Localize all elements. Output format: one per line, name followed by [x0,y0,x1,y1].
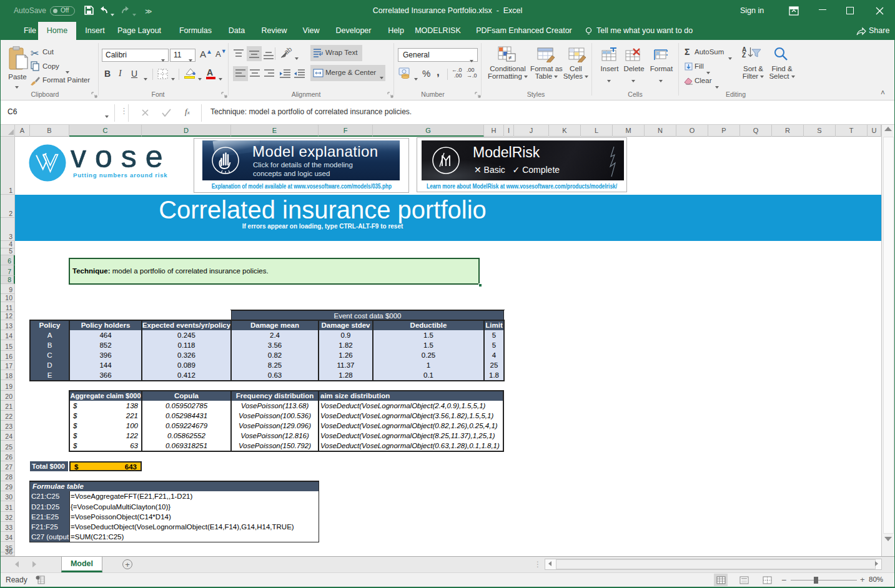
svg-text:≠: ≠ [508,54,512,61]
